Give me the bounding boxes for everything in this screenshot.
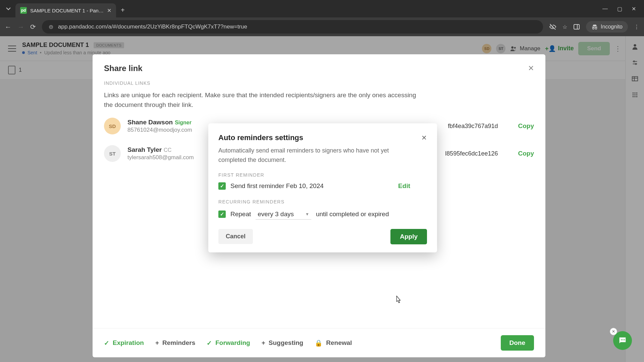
browser-tab[interactable]: pd SAMPLE DOCUMENT 1 - Panda ✕ xyxy=(15,3,116,17)
recipient-link: l8595fec6dc1ee126 xyxy=(445,150,498,157)
incognito-badge[interactable]: Incognito xyxy=(586,21,628,33)
recurring-label: RECURRING REMINDERS xyxy=(218,199,427,204)
cancel-button[interactable]: Cancel xyxy=(218,229,253,244)
svg-point-23 xyxy=(624,339,625,340)
svg-point-21 xyxy=(621,339,622,340)
renewal-toggle[interactable]: 🔒Renewal xyxy=(315,339,352,347)
site-info-icon[interactable]: ⊜ xyxy=(49,23,53,31)
recipient-avatar: ST xyxy=(104,145,121,162)
reminders-title: Auto reminders settings xyxy=(218,133,303,142)
forwarding-toggle[interactable]: ✓Forwarding xyxy=(207,339,250,347)
svg-point-22 xyxy=(623,339,624,340)
back-button[interactable]: ← xyxy=(5,23,11,31)
recipient-link: fbf4ea39c767a91d xyxy=(448,123,498,130)
reload-button[interactable]: ⟳ xyxy=(30,23,36,31)
share-footer: ✓Expiration +Reminders ✓Forwarding +Sugg… xyxy=(93,328,545,357)
recipient-name: Shane Dawson xyxy=(127,119,173,126)
edit-button[interactable]: Edit xyxy=(398,182,410,190)
tab-title: SAMPLE DOCUMENT 1 - Panda xyxy=(30,8,104,13)
tab-search-dropdown[interactable] xyxy=(3,4,13,14)
expiration-toggle[interactable]: ✓Expiration xyxy=(104,339,144,347)
recipient-name: Sarah Tyler xyxy=(127,146,162,153)
share-close-icon[interactable]: ✕ xyxy=(528,64,534,73)
url-bar[interactable]: ⊜ app.pandadoc.com/a/#/documents/2UzYiBK… xyxy=(42,20,543,34)
lock-icon: 🔒 xyxy=(315,339,323,347)
address-bar-row: ← → ⟳ ⊜ app.pandadoc.com/a/#/documents/2… xyxy=(0,17,644,36)
browser-chrome: pd SAMPLE DOCUMENT 1 - Panda ✕ + — ▢ ✕ ←… xyxy=(0,0,644,36)
plus-icon: + xyxy=(262,339,265,347)
close-window-icon[interactable]: ✕ xyxy=(632,6,636,12)
first-reminder-label: FIRST REMINDER xyxy=(218,172,427,178)
svg-point-3 xyxy=(595,27,597,29)
check-icon: ✓ xyxy=(207,339,212,347)
repeat-label: Repeat xyxy=(230,210,251,218)
reminders-description: Automatically send email reminders to si… xyxy=(218,146,393,165)
forward-button: → xyxy=(17,23,24,31)
chat-icon xyxy=(618,336,627,345)
chat-close-badge[interactable]: ✕ xyxy=(610,328,617,335)
apply-button[interactable]: Apply xyxy=(390,229,427,244)
share-description: Links are unique for each recipient. Mak… xyxy=(93,88,428,112)
frequency-dropdown[interactable]: every 3 days ▼ xyxy=(256,209,311,220)
svg-rect-0 xyxy=(574,24,579,29)
recipient-role: CC xyxy=(164,147,171,153)
app-area: SAMPLE DOCUMENT 1 DOCUMENTS Sent • Updat… xyxy=(0,36,644,362)
share-title: Share link xyxy=(104,64,143,73)
plus-icon: + xyxy=(155,339,159,347)
copy-button[interactable]: Copy xyxy=(518,150,534,157)
tab-favicon: pd xyxy=(20,7,27,14)
first-reminder-checkbox[interactable]: ✓ xyxy=(218,182,226,190)
incognito-icon xyxy=(591,24,598,29)
tab-close-icon[interactable]: ✕ xyxy=(107,7,111,14)
browser-menu-icon[interactable]: ⋮ xyxy=(634,24,639,30)
recipient-avatar: SD xyxy=(104,118,121,134)
recipient-role: Signer xyxy=(175,120,192,125)
tab-bar: pd SAMPLE DOCUMENT 1 - Panda ✕ + — ▢ ✕ xyxy=(0,0,644,17)
reminders-close-icon[interactable]: ✕ xyxy=(421,134,427,142)
recipient-email: 85761024@moodjoy.com xyxy=(127,127,192,133)
minimize-icon[interactable]: — xyxy=(602,6,608,12)
reminders-toggle[interactable]: +Reminders xyxy=(155,339,195,347)
new-tab-button[interactable]: + xyxy=(121,6,125,14)
first-reminder-text: Send first reminder Feb 10, 2024 xyxy=(230,182,324,190)
maximize-icon[interactable]: ▢ xyxy=(617,6,622,12)
done-button[interactable]: Done xyxy=(501,335,534,351)
recurring-checkbox[interactable]: ✓ xyxy=(218,210,226,218)
copy-button[interactable]: Copy xyxy=(518,122,534,130)
chevron-down-icon: ▼ xyxy=(305,212,309,217)
svg-point-2 xyxy=(593,27,594,29)
bookmark-star-icon[interactable]: ☆ xyxy=(562,24,567,30)
window-controls: — ▢ ✕ xyxy=(602,6,641,12)
recipient-email: tylersarah508@gmail.com xyxy=(127,154,194,161)
side-panel-icon[interactable] xyxy=(573,23,580,30)
until-text: until completed or expired xyxy=(316,210,389,218)
eye-off-icon[interactable] xyxy=(549,23,556,31)
suggesting-toggle[interactable]: +Suggesting xyxy=(262,339,304,347)
check-icon: ✓ xyxy=(104,339,109,347)
individual-links-label: INDIVIDUAL LINKS xyxy=(93,78,545,88)
url-text: app.pandadoc.com/a/#/documents/2UzYiBKr8… xyxy=(58,23,247,30)
reminders-modal: Auto reminders settings ✕ Automatically … xyxy=(208,123,437,252)
